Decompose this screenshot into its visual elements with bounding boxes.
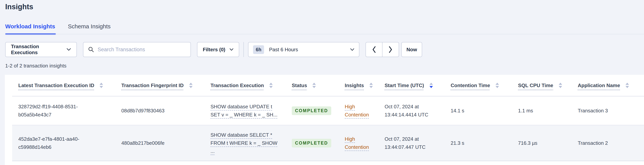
cell-execution-id: 328729d2-ff19-4408-8531- b05a5b4e43c7: [12, 103, 115, 119]
previous-time-window-button[interactable]: [366, 42, 382, 57]
cell-application-name: Transaction 2: [572, 139, 644, 147]
chevron-down-icon: [230, 48, 234, 51]
time-range-label: Past 6 Hours: [269, 47, 298, 53]
column-header-latest-transaction-execution-id[interactable]: Latest Transaction Execution ID: [12, 83, 115, 88]
column-header-start-time[interactable]: Start Time (UTC): [378, 83, 444, 88]
cell-sql-cpu-time: 716.3 µs: [512, 139, 572, 147]
tab-workload-insights[interactable]: Workload Insights: [5, 23, 55, 35]
cell-contention-time: 21.3 s: [444, 139, 512, 147]
sort-icon: [269, 83, 273, 88]
insight-link[interactable]: High Contention: [345, 136, 369, 150]
results-summary: 1-2 of 2 transaction insights: [5, 63, 66, 69]
toolbar-divider: [244, 42, 244, 57]
cell-application-name: Transaction 3: [572, 107, 644, 115]
tab-schema-insights[interactable]: Schema Insights: [68, 23, 110, 35]
tab-bar-rule: [5, 34, 644, 34]
table-header-row: Latest Transaction Execution ID Transact…: [12, 75, 644, 96]
chevron-down-icon: [66, 48, 71, 51]
cell-start-time: Oct 07, 2024 at 13:44:07.447 UTC: [378, 135, 444, 151]
sort-icon: [626, 83, 629, 88]
cell-fingerprint-id: 08d8b7d97f830463: [115, 107, 204, 115]
search-icon: [88, 47, 94, 53]
filters-button[interactable]: Filters (0): [197, 42, 239, 57]
column-header-contention-time[interactable]: Contention Time: [444, 83, 512, 88]
filters-button-label: Filters (0): [203, 47, 225, 53]
column-header-transaction-fingerprint-id[interactable]: Transaction Fingerprint ID: [115, 83, 204, 88]
column-header-transaction-execution[interactable]: Transaction Execution: [204, 83, 286, 88]
table-row: 452da3e7-e7fa-4801-aa40- c59988d14eb6 48…: [12, 125, 644, 161]
column-header-insights[interactable]: Insights: [338, 83, 378, 88]
next-time-window-button[interactable]: [382, 42, 399, 57]
insight-link[interactable]: High Contention: [345, 104, 369, 118]
chevron-right-icon: [389, 46, 392, 53]
transaction-insights-table: Latest Transaction Execution ID Transact…: [12, 75, 644, 161]
insight-type-select-label: Transaction Executions: [11, 44, 62, 56]
cell-execution-id: 452da3e7-e7fa-4801-aa40- c59988d14eb6: [12, 135, 115, 151]
cell-sql-cpu-time: 1.1 ms: [512, 107, 572, 115]
transaction-execution-link[interactable]: SHOW database UPDATE t SET v = _ WHERE k…: [210, 104, 278, 118]
now-button[interactable]: Now: [401, 42, 422, 57]
left-gutter: [0, 0, 5, 165]
toolbar: Transaction Executions Filters (0) 6h Pa…: [5, 42, 422, 57]
column-header-application-name[interactable]: Application Name: [572, 83, 644, 88]
cell-contention-time: 14.1 s: [444, 107, 512, 115]
time-window-nav: [366, 42, 399, 57]
time-range-badge: 6h: [253, 45, 264, 54]
page-header-background: [0, 0, 644, 75]
sort-icon: [496, 83, 499, 88]
table-row: 328729d2-ff19-4408-8531- b05a5b4e43c7 08…: [12, 96, 644, 125]
sort-icon: [189, 83, 192, 88]
status-badge: COMPLETED: [292, 106, 331, 115]
sort-icon: [100, 83, 103, 88]
insight-type-select[interactable]: Transaction Executions: [5, 42, 77, 57]
now-button-label: Now: [406, 47, 417, 53]
status-badge: COMPLETED: [292, 139, 331, 147]
column-header-sql-cpu-time[interactable]: SQL CPU Time: [512, 83, 572, 88]
sort-icon: [312, 83, 316, 88]
sort-icon: [370, 83, 373, 88]
tab-bar: Workload Insights Schema Insights: [5, 23, 110, 35]
chevron-down-icon: [350, 48, 354, 51]
sort-icon: [559, 83, 562, 88]
sort-desc-icon: [430, 83, 433, 88]
search-input[interactable]: [98, 47, 186, 53]
column-header-status[interactable]: Status: [286, 83, 338, 88]
time-range-picker[interactable]: 6h Past 6 Hours: [248, 42, 359, 57]
search-box: [83, 42, 191, 57]
chevron-left-icon: [372, 46, 376, 53]
transaction-execution-link[interactable]: SHOW database SELECT * FROM t WHERE k = …: [210, 132, 277, 154]
page-title: Insights: [5, 3, 33, 11]
cell-fingerprint-id: 480a8b217be006fe: [115, 139, 204, 147]
cell-start-time: Oct 07, 2024 at 13:44:14.4414 UTC: [378, 103, 444, 119]
